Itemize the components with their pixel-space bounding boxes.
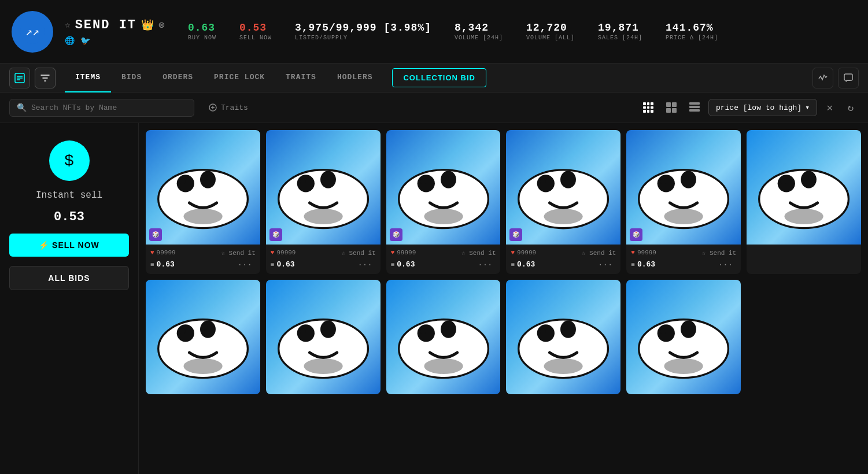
stat-volume-24h: 8,342 VOLUME [24H]	[455, 22, 503, 41]
svg-point-38	[801, 171, 817, 188]
header-stats: 0.63 BUY NOW 0.53 SELL NOW 3,975/99,999 …	[188, 22, 718, 41]
svg-point-68	[681, 320, 696, 338]
globe-icon[interactable]: 🌐	[65, 36, 75, 46]
nft-card-simple[interactable]	[146, 280, 260, 394]
svg-point-16	[304, 209, 342, 224]
svg-point-6	[177, 175, 194, 192]
svg-point-48	[297, 324, 314, 342]
buy-now-value: 0.63	[188, 22, 215, 34]
stat-buy-now: 0.63 BUY NOW	[188, 22, 216, 41]
collection-bid-button[interactable]: COLLECTION BID	[392, 68, 486, 87]
nft-card[interactable]: 🎲 ♥ 99999 ☆ Send it ≡ 0.63 ···	[146, 130, 260, 274]
nft-likes: ♥ 99999	[271, 249, 296, 256]
nav-tabs: ITEMS BIDS ORDERS PRICE LOCK TRAITS HODL…	[65, 64, 486, 92]
svg-point-32	[681, 171, 696, 188]
svg-point-33	[683, 175, 689, 180]
svg-point-49	[300, 328, 305, 334]
clear-button[interactable]: ✕	[822, 99, 838, 116]
nft-card-simple[interactable]	[386, 280, 501, 394]
nft-more-options-button[interactable]: ···	[715, 259, 736, 271]
svg-point-30	[658, 175, 675, 192]
main-content: $ Instant sell 0.53 ⚡ SELL NOW ALL BIDS …	[0, 123, 868, 474]
sell-now-button[interactable]: ⚡ SELL NOW	[9, 234, 129, 257]
svg-point-12	[297, 175, 314, 192]
svg-point-8	[200, 171, 216, 188]
nft-image: 🎲	[266, 130, 381, 245]
nft-card[interactable]: 🎲 ♥ 99999 ☆ Send it ≡ 0.63 ···	[266, 130, 381, 274]
svg-point-45	[202, 324, 208, 330]
grid-view-large-button[interactable]	[685, 98, 704, 117]
search-input-wrap[interactable]: 🔍	[9, 99, 194, 117]
heart-icon: ♥	[631, 249, 635, 256]
filter-icon-button[interactable]	[35, 68, 56, 88]
search-input[interactable]	[31, 103, 187, 112]
nft-image-only	[146, 280, 260, 394]
nft-card-simple[interactable]	[266, 280, 381, 394]
nft-more-options-button[interactable]: ···	[594, 259, 616, 271]
nft-favorite-star[interactable]: ☆ Send it	[702, 249, 736, 257]
buy-now-label: BUY NOW	[188, 35, 216, 41]
svg-point-51	[322, 324, 328, 330]
svg-point-69	[683, 324, 689, 330]
listed-supply-value: 3,975/99,999 [3.98%]	[295, 22, 431, 34]
left-panel: $ Instant sell 0.53 ⚡ SELL NOW ALL BIDS	[0, 123, 139, 474]
svg-point-62	[560, 320, 576, 338]
nft-image: 🎲	[506, 130, 620, 245]
tab-price-lock[interactable]: PRICE LOCK	[204, 64, 275, 92]
tab-bids[interactable]: BIDS	[111, 64, 152, 92]
svg-point-25	[540, 179, 546, 184]
nft-price: ≡ 0.63	[631, 260, 655, 269]
nft-image-only	[747, 130, 861, 245]
nft-more-options-button[interactable]: ···	[354, 259, 375, 271]
svg-point-28	[544, 209, 583, 224]
nft-card-simple[interactable]	[506, 280, 620, 394]
grid-view-medium-button[interactable]	[662, 98, 681, 117]
nft-card-simple[interactable]	[626, 280, 741, 394]
chevron-down-icon: ▾	[805, 103, 810, 112]
sort-dropdown[interactable]: price [low to high] ▾	[708, 99, 817, 116]
svg-point-70	[664, 358, 703, 374]
nft-price: ≡ 0.63	[511, 260, 535, 269]
sales-24h-label: SALES [24H]	[598, 35, 642, 41]
nft-info: ♥ 99999 ☆ Send it ≡ 0.63 ···	[506, 245, 620, 274]
refresh-button[interactable]: ↻	[843, 99, 859, 116]
instant-sell-label: Instant sell	[36, 190, 102, 201]
nft-favorite-star[interactable]: ☆ Send it	[582, 249, 616, 257]
nft-more-options-button[interactable]: ···	[234, 259, 256, 271]
svg-point-39	[803, 175, 808, 180]
tab-orders[interactable]: ORDERS	[152, 64, 204, 92]
traits-filter-button[interactable]: Traits	[201, 99, 255, 116]
twitter-icon[interactable]: 🐦	[80, 36, 90, 46]
nft-image: 🎲	[146, 130, 260, 245]
octagon-icon[interactable]: ⊗	[158, 18, 165, 31]
nft-marketplace-badge: 🎲	[630, 228, 642, 241]
crown-icon: 👑	[141, 18, 154, 31]
volume-24h-value: 8,342	[455, 22, 489, 34]
tab-traits[interactable]: TRAITS	[275, 64, 327, 92]
nft-card[interactable]: 🎲 ♥ 99999 ☆ Send it ≡ 0.63 ···	[626, 130, 741, 274]
svg-point-52	[304, 358, 342, 374]
stat-listed-supply: 3,975/99,999 [3.98%] LISTED/SUPPLY	[295, 22, 431, 41]
nft-favorite-star[interactable]: ☆ Send it	[461, 249, 496, 257]
nft-info: ♥ 99999 ☆ Send it ≡ 0.63 ···	[386, 245, 501, 274]
svg-point-36	[778, 175, 795, 192]
favorite-star-icon[interactable]: ☆	[65, 19, 71, 31]
all-bids-button[interactable]: ALL BIDS	[9, 266, 129, 290]
grid-view-small-button[interactable]	[639, 98, 658, 117]
nft-card[interactable]: 🎲 ♥ 99999 ☆ Send it ≡ 0.63 ···	[506, 130, 620, 274]
tab-items[interactable]: ITEMS	[65, 64, 111, 92]
nft-card-simple[interactable]	[747, 130, 861, 274]
svg-point-26	[560, 171, 576, 188]
nft-favorite-star[interactable]: ☆ Send it	[221, 249, 255, 257]
chat-icon-button[interactable]	[838, 68, 859, 88]
nft-card[interactable]: 🎲 ♥ 99999 ☆ Send it ≡ 0.63 ···	[386, 130, 501, 274]
nft-more-options-button[interactable]: ···	[474, 259, 496, 271]
nft-favorite-star[interactable]: ☆ Send it	[341, 249, 375, 257]
activity-icon-button[interactable]	[812, 68, 833, 88]
traits-label: Traits	[221, 103, 248, 112]
instant-sell-icon: $	[49, 140, 90, 181]
heart-icon: ♥	[511, 249, 515, 256]
tab-hodlers[interactable]: HODLERS	[327, 64, 383, 92]
cart-icon-button[interactable]	[9, 68, 30, 88]
svg-point-7	[180, 179, 186, 184]
